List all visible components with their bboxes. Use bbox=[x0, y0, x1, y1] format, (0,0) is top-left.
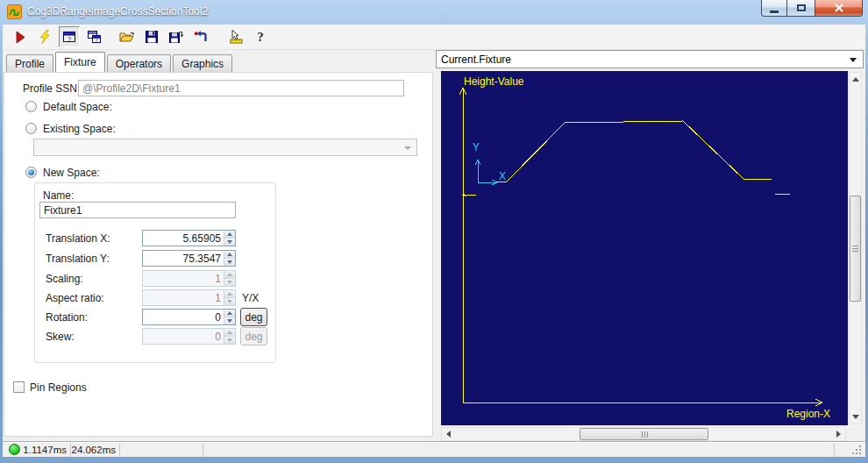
scaling-row: Scaling: 1 bbox=[35, 270, 275, 288]
titlebar[interactable]: Cog3DRangeImageCrossSectionTool2 bbox=[0, 0, 868, 25]
profile-ssn-label: Profile SSN: bbox=[23, 82, 80, 95]
thumb-grip bbox=[642, 431, 643, 438]
spin-up-button[interactable] bbox=[224, 231, 235, 238]
save-button[interactable] bbox=[141, 26, 162, 47]
profile-ssn-field[interactable]: @\Profile2D\Fixture1 bbox=[78, 80, 404, 96]
spin-down-button[interactable] bbox=[224, 238, 235, 246]
existing-space-radio[interactable] bbox=[25, 123, 37, 134]
aspect-ratio-label: Aspect ratio: bbox=[46, 292, 104, 304]
spin-down-icon bbox=[227, 300, 232, 303]
close-icon bbox=[834, 4, 844, 12]
maximize-button[interactable] bbox=[787, 0, 815, 17]
skew-units-button: deg bbox=[240, 327, 267, 345]
fixture-tab-page: Profile SSN: @\Profile2D\Fixture1 Defaul… bbox=[4, 72, 433, 437]
caption-buttons bbox=[761, 0, 863, 18]
arrow-up-icon bbox=[852, 77, 859, 82]
graph-xlabel: Region-X bbox=[786, 408, 830, 420]
name-label: Name: bbox=[43, 189, 74, 202]
tab-graphics[interactable]: Graphics bbox=[173, 54, 232, 72]
spin-up-icon bbox=[227, 292, 232, 296]
aspect-ratio-row: Aspect ratio: 1 Y/X bbox=[35, 289, 275, 307]
rotation-row: Rotation: 0 deg bbox=[35, 309, 275, 326]
profile-graph[interactable]: Height-Value Region-X Y X bbox=[441, 71, 848, 425]
save-icon bbox=[145, 30, 159, 44]
minimize-icon bbox=[770, 11, 779, 13]
pin-regions-checkbox[interactable] bbox=[13, 381, 25, 393]
save-as-button[interactable] bbox=[166, 26, 187, 47]
status-led-icon bbox=[9, 444, 20, 455]
thumb-grip bbox=[852, 246, 858, 246]
svg-text:?: ? bbox=[67, 35, 71, 43]
spin-down-icon bbox=[227, 338, 232, 342]
reset-button[interactable] bbox=[190, 26, 211, 47]
translation-y-field[interactable]: 75.3547 bbox=[142, 250, 236, 267]
position-tool-button[interactable] bbox=[225, 26, 246, 47]
resize-grip[interactable] bbox=[852, 445, 862, 455]
show-result-display-button[interactable]: ? bbox=[59, 26, 80, 47]
skew-row: Skew: 0 deg bbox=[35, 328, 275, 345]
status-cell-empty bbox=[120, 443, 203, 457]
open-button[interactable] bbox=[117, 26, 138, 47]
float-result-display-button[interactable]: ? bbox=[83, 26, 104, 47]
default-space-radio[interactable] bbox=[25, 101, 37, 112]
display-selector-value: Current.Fixture bbox=[441, 53, 511, 66]
spin-up-button bbox=[224, 271, 235, 278]
display-selector[interactable]: Current.Fixture bbox=[436, 50, 864, 68]
help-button[interactable]: ? bbox=[250, 26, 271, 47]
spin-down-button[interactable] bbox=[224, 258, 235, 266]
spin-down-icon bbox=[227, 260, 232, 264]
scroll-down-button[interactable] bbox=[850, 410, 861, 424]
run-button[interactable] bbox=[10, 26, 31, 47]
tabstrip: Profile Fixture Operators Graphics bbox=[6, 53, 234, 72]
spin-down-icon bbox=[227, 281, 232, 284]
new-space-radio[interactable] bbox=[25, 167, 37, 178]
rotation-field[interactable]: 0 bbox=[142, 309, 236, 325]
scroll-up-button[interactable] bbox=[850, 73, 861, 86]
horizontal-scroll-thumb[interactable] bbox=[580, 428, 708, 440]
run-icon bbox=[13, 30, 27, 44]
minimize-button[interactable] bbox=[761, 0, 787, 17]
skew-label: Skew: bbox=[46, 331, 75, 343]
spin-up-icon bbox=[227, 232, 232, 236]
maximize-icon bbox=[797, 4, 806, 11]
translation-x-row: Translation X: 5.65905 bbox=[35, 230, 275, 247]
skew-field: 0 bbox=[142, 328, 236, 345]
chevron-down-icon bbox=[404, 146, 411, 150]
spin-up-button bbox=[224, 290, 235, 297]
origin-x-label: X bbox=[499, 170, 506, 182]
app-icon bbox=[7, 4, 22, 19]
status-time-1: 1.1147ms bbox=[20, 443, 71, 457]
spin-up-icon bbox=[227, 311, 232, 315]
name-field[interactable]: Fixture1 bbox=[39, 202, 236, 218]
electric-run-button[interactable] bbox=[34, 26, 55, 47]
arrow-down-icon bbox=[852, 415, 859, 419]
spin-up-icon bbox=[227, 331, 232, 334]
translation-x-field[interactable]: 5.65905 bbox=[142, 230, 236, 246]
rotation-units-button[interactable]: deg bbox=[240, 308, 267, 326]
tab-operators[interactable]: Operators bbox=[107, 54, 171, 72]
save-as-icon bbox=[168, 30, 184, 44]
scroll-right-button[interactable] bbox=[832, 428, 845, 440]
spin-up-icon bbox=[227, 253, 232, 256]
scroll-left-button[interactable] bbox=[442, 428, 455, 440]
rotation-label: Rotation: bbox=[46, 311, 88, 324]
horizontal-scrollbar[interactable] bbox=[441, 427, 846, 441]
spin-up-button[interactable] bbox=[224, 251, 235, 258]
vertical-scrollbar[interactable] bbox=[849, 72, 862, 424]
spin-up-icon bbox=[227, 273, 232, 276]
vertical-scroll-thumb[interactable] bbox=[850, 196, 861, 302]
status-time-2: 24.062ms bbox=[71, 443, 120, 457]
tab-fixture[interactable]: Fixture bbox=[55, 52, 105, 72]
spin-down-button[interactable] bbox=[224, 317, 235, 324]
spin-up-button[interactable] bbox=[224, 310, 235, 317]
default-space-label: Default Space: bbox=[43, 101, 112, 113]
origin-y-label: Y bbox=[473, 141, 480, 153]
tab-profile[interactable]: Profile bbox=[6, 54, 53, 72]
toolbar: ? ? bbox=[3, 25, 865, 50]
existing-space-label: Existing Space: bbox=[43, 123, 116, 135]
arrow-right-icon bbox=[836, 431, 841, 438]
close-button[interactable] bbox=[815, 0, 863, 17]
existing-space-select[interactable] bbox=[33, 139, 417, 156]
svg-text:?: ? bbox=[257, 30, 264, 44]
scaling-label: Scaling: bbox=[46, 273, 83, 285]
